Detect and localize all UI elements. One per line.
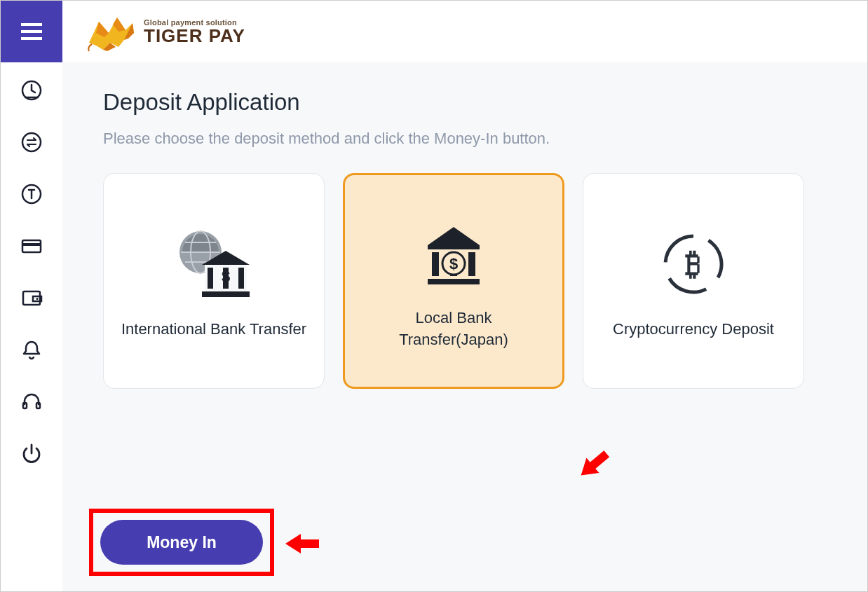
option-local-bank-japan[interactable]: $ Local Bank Transfer(Japan) bbox=[343, 173, 564, 389]
svg-rect-17 bbox=[36, 403, 40, 408]
sidebar-item-transfer[interactable] bbox=[20, 131, 43, 153]
topbar: Global payment solution TIGER PAY bbox=[1, 1, 867, 62]
sidebar-item-card[interactable] bbox=[20, 235, 43, 257]
svg-rect-20 bbox=[202, 291, 250, 297]
svg-rect-11 bbox=[22, 240, 41, 252]
svg-rect-29 bbox=[428, 245, 480, 249]
sidebar-item-support[interactable] bbox=[20, 390, 43, 413]
sidebar-item-logout[interactable] bbox=[20, 442, 43, 464]
svg-rect-12 bbox=[22, 243, 41, 246]
sidebar-item-history[interactable] bbox=[20, 79, 43, 102]
target-icon bbox=[20, 183, 43, 205]
menu-toggle-button[interactable] bbox=[1, 1, 62, 62]
card-icon bbox=[20, 235, 43, 257]
brand-logo: Global payment solution TIGER PAY bbox=[83, 9, 245, 54]
annotation-arrow-card bbox=[573, 444, 615, 485]
option-international-bank[interactable]: $ International Bank Transfer bbox=[103, 173, 325, 389]
option-label: International Bank Transfer bbox=[121, 319, 306, 340]
hamburger-icon bbox=[21, 23, 42, 40]
svg-text:₿: ₿ bbox=[685, 247, 701, 281]
svg-rect-16 bbox=[23, 403, 27, 408]
bell-icon bbox=[20, 338, 43, 361]
brand-name: TIGER PAY bbox=[144, 27, 245, 45]
sidebar-item-notifications[interactable] bbox=[20, 338, 43, 361]
intl-bank-icon: $ bbox=[168, 222, 259, 306]
svg-text:$: $ bbox=[449, 255, 458, 273]
main-content: Deposit Application Please choose the de… bbox=[62, 62, 867, 591]
svg-rect-25 bbox=[238, 268, 244, 289]
sidebar-item-wallet[interactable] bbox=[20, 287, 43, 309]
svg-point-9 bbox=[22, 133, 41, 151]
svg-rect-1 bbox=[21, 30, 42, 33]
annotation-arrow-button bbox=[285, 531, 319, 556]
brand-text: Global payment solution TIGER PAY bbox=[144, 19, 245, 45]
svg-rect-23 bbox=[208, 268, 213, 289]
svg-text:$: $ bbox=[222, 268, 230, 285]
headset-icon bbox=[20, 390, 43, 413]
annotation-highlight-box: Money In bbox=[89, 509, 274, 576]
wallet-icon bbox=[20, 287, 43, 309]
svg-rect-0 bbox=[21, 23, 42, 26]
svg-rect-27 bbox=[428, 279, 480, 284]
deposit-options: $ International Bank Transfer $ bbox=[103, 173, 827, 389]
svg-rect-30 bbox=[432, 252, 439, 276]
option-label: Cryptocurrency Deposit bbox=[613, 319, 774, 340]
clock-icon bbox=[20, 79, 43, 102]
svg-rect-32 bbox=[468, 252, 475, 276]
tiger-logo-icon bbox=[83, 9, 137, 54]
svg-marker-36 bbox=[575, 446, 613, 483]
svg-marker-28 bbox=[428, 227, 480, 245]
sidebar-item-token[interactable] bbox=[20, 183, 43, 205]
option-label: Local Bank Transfer(Japan) bbox=[359, 308, 548, 351]
crypto-icon: ₿ bbox=[655, 222, 732, 306]
option-cryptocurrency[interactable]: ₿ Cryptocurrency Deposit bbox=[583, 173, 804, 389]
power-icon bbox=[20, 442, 43, 464]
svg-point-15 bbox=[36, 298, 39, 300]
bank-icon: $ bbox=[415, 211, 492, 295]
swap-icon bbox=[20, 131, 43, 153]
money-in-button[interactable]: Money In bbox=[100, 520, 263, 565]
sidebar bbox=[1, 62, 62, 591]
page-title: Deposit Application bbox=[103, 89, 827, 116]
svg-marker-37 bbox=[285, 534, 319, 553]
svg-rect-2 bbox=[21, 37, 42, 40]
page-subtitle: Please choose the deposit method and cli… bbox=[103, 130, 827, 148]
